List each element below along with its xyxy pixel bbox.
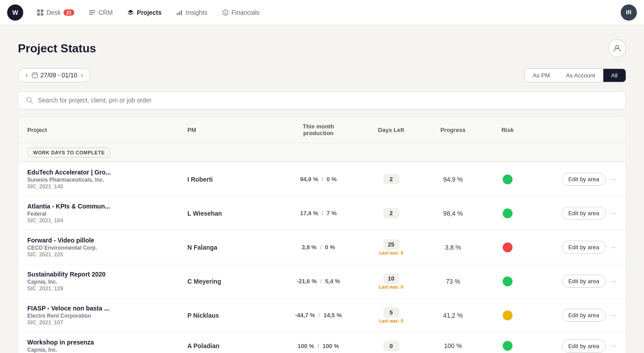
project-info-row4: Sustainability Report 2020 Capnia, Inc. …: [27, 271, 187, 292]
production-a-row6: 100 %: [298, 343, 314, 349]
production-a-row1: 94,9 %: [300, 176, 318, 183]
days-badge-row4: 10: [383, 273, 399, 284]
person-icon-button[interactable]: [608, 39, 626, 57]
nav-item-projects[interactable]: Projects: [121, 6, 168, 19]
table-row: Workshop in presenza Capnia, Inc. A Pola…: [18, 332, 626, 353]
progress-cell-row2: 98,4 %: [420, 210, 486, 217]
days-badge-row6: 0: [383, 341, 399, 351]
days-badge-row1: 2: [383, 174, 399, 184]
date-prev-button[interactable]: ‹: [24, 71, 30, 79]
days-cell-row2: 2: [362, 208, 420, 218]
pm-cell-row2: L Wiesehan: [187, 210, 275, 217]
risk-cell-row1: [486, 174, 530, 184]
days-badge-row2: 2: [383, 208, 399, 218]
project-table: Project PM This monthproduction Days Lef…: [18, 116, 626, 353]
user-avatar[interactable]: IR: [621, 4, 637, 21]
edit-by-area-button-row6[interactable]: Edit by area: [562, 340, 606, 353]
header-row: Project Status: [18, 39, 626, 57]
svg-rect-1: [41, 9, 43, 12]
project-client-row5: Electro Rent Corporation: [27, 313, 187, 319]
date-navigator[interactable]: ‹ 27/09 - 01/10 ›: [18, 68, 91, 82]
project-code-row3: SIC_2021_225: [27, 251, 187, 258]
pm-cell-row5: P Nicklaus: [187, 312, 275, 319]
project-client-row3: CECO Environmental Corp.: [27, 245, 187, 251]
col-header-project: Project: [27, 127, 187, 133]
toggle-all[interactable]: All: [603, 69, 626, 82]
risk-dot-row4: [503, 276, 513, 286]
edit-by-area-button-row3[interactable]: Edit by area: [562, 241, 606, 254]
production-a-row3: 3,8 %: [302, 244, 317, 251]
nav-item-insights[interactable]: Insights: [169, 6, 213, 19]
production-b-row3: 0 %: [325, 244, 335, 251]
project-code-row2: SIC_2021_104: [27, 217, 187, 224]
toggle-as-pm[interactable]: As PM: [525, 69, 558, 82]
svg-rect-5: [89, 12, 95, 13]
prod-slash-row2: /: [322, 210, 323, 217]
search-input[interactable]: [38, 97, 619, 104]
risk-dot-row6: [503, 341, 513, 351]
project-client-row4: Capnia, Inc.: [27, 279, 187, 285]
pm-cell-row1: I Roberti: [187, 176, 275, 183]
row-arrow-row1[interactable]: →: [610, 175, 617, 183]
production-cell-row1: 94,9 % / 0 %: [275, 176, 362, 183]
logo-button[interactable]: W: [7, 4, 23, 21]
svg-rect-8: [179, 12, 180, 15]
risk-dot-row1: [503, 174, 513, 184]
risk-cell-row4: [486, 276, 530, 286]
nav-item-financials[interactable]: $ Financials: [216, 6, 266, 19]
edit-by-area-button-row5[interactable]: Edit by area: [562, 309, 606, 322]
section-label-row: WORK DAYS TO COMPLETE: [18, 143, 626, 162]
production-b-row6: 100 %: [322, 343, 339, 349]
table-row: EduTech Accelerator | Gro... Sunesis Pha…: [18, 162, 626, 196]
actions-cell-row2: Edit by area →: [530, 207, 617, 220]
progress-cell-row4: 73 %: [420, 278, 486, 285]
edit-by-area-button-row1[interactable]: Edit by area: [562, 173, 606, 186]
page-title: Project Status: [18, 42, 96, 55]
progress-cell-row1: 94,9 %: [420, 176, 486, 183]
section-label: WORK DAYS TO COMPLETE: [27, 148, 110, 157]
edit-by-area-button-row4[interactable]: Edit by area: [562, 275, 606, 288]
svg-rect-13: [32, 73, 38, 78]
project-info-row1: EduTech Accelerator | Gro... Sunesis Pha…: [27, 169, 187, 190]
days-cell-row6: 0: [362, 341, 420, 351]
svg-rect-2: [37, 13, 40, 16]
nav-item-crm[interactable]: CRM: [82, 6, 119, 19]
production-cell-row2: 17,4 % / 7 %: [275, 210, 362, 217]
date-next-button[interactable]: ›: [79, 71, 85, 79]
svg-rect-4: [89, 10, 95, 11]
project-name-row2: Atlantia - KPIs & Commun...: [27, 203, 135, 210]
row-arrow-row5[interactable]: →: [610, 311, 617, 319]
production-cell-row4: -21,6 % / 5,4 %: [275, 278, 362, 285]
person-icon: [613, 44, 622, 53]
nav-items: Desk 21 CRM Projects Insights $ Financia…: [30, 6, 617, 19]
prod-slash-row1: /: [322, 176, 323, 183]
prod-slash-row5: /: [318, 312, 320, 319]
toggle-as-account[interactable]: As Account: [558, 69, 603, 82]
edit-by-area-button-row2[interactable]: Edit by area: [562, 207, 606, 220]
production-b-row2: 7 %: [326, 210, 336, 217]
project-client-row2: Federal: [27, 211, 187, 217]
progress-cell-row5: 41,2 %: [420, 312, 486, 319]
col-header-pm: PM: [187, 127, 275, 133]
svg-rect-3: [41, 13, 43, 16]
prod-slash-row3: /: [320, 244, 322, 251]
svg-rect-6: [89, 14, 93, 15]
actions-cell-row6: Edit by area →: [530, 340, 617, 353]
last-was-row4: Last was: 0: [362, 285, 420, 289]
row-arrow-row6[interactable]: →: [610, 342, 617, 350]
risk-dot-row5: [503, 310, 513, 320]
project-info-row3: Forward - Video pillole CECO Environment…: [27, 237, 187, 258]
actions-cell-row1: Edit by area →: [530, 173, 617, 186]
row-arrow-row2[interactable]: →: [610, 209, 617, 217]
row-arrow-row4[interactable]: →: [610, 277, 617, 285]
col-header-production: This monthproduction: [275, 123, 362, 136]
row-arrow-row3[interactable]: →: [610, 243, 617, 251]
production-b-row1: 0 %: [326, 176, 336, 183]
project-name-row5: FIASP - Veloce non basta ...: [27, 305, 135, 312]
progress-cell-row6: 100 %: [420, 342, 486, 349]
nav-label-crm: CRM: [98, 9, 113, 16]
nav-item-desk[interactable]: Desk 21: [30, 6, 80, 19]
days-cell-row4: 10 Last was: 0: [362, 273, 420, 289]
production-cell-row3: 3,8 % / 0 %: [275, 244, 362, 251]
table-row: Sustainability Report 2020 Capnia, Inc. …: [18, 264, 626, 298]
